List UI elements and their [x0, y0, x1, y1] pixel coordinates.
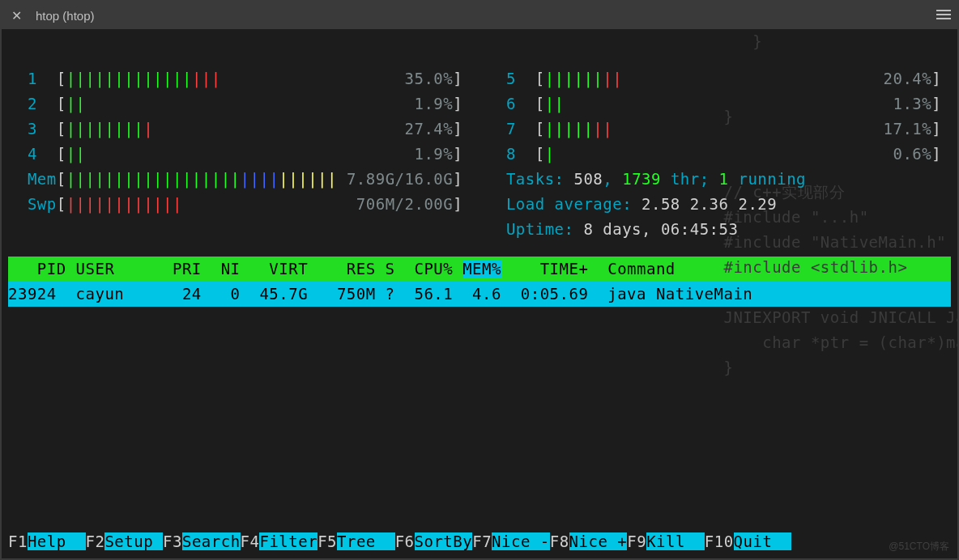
fkey-F9[interactable]: F9Kill [627, 532, 705, 550]
cpu-meter-6: 6 [|| 1.3%] [487, 91, 951, 117]
process-header-row: PID USER PRI NI VIRT RES S CPU% MEM% TIM… [8, 257, 951, 281]
cpu-meter-5: 5 [|||||||| 20.4%] [487, 66, 951, 91]
function-key-bar: F1Help F2Setup F3SearchF4FilterF5Tree F6… [8, 529, 951, 554]
fkey-F6[interactable]: F6SortBy [395, 532, 473, 550]
fkey-F5[interactable]: F5Tree [318, 532, 395, 550]
fkey-F2[interactable]: F2Setup [86, 532, 164, 550]
fkey-F3[interactable]: F3Search [163, 532, 241, 550]
hamburger-icon[interactable] [936, 7, 951, 24]
uptime-line: Uptime: 8 days, 06:45:53 [487, 217, 951, 242]
tasks-line: Tasks: 508, 1739 thr; 1 running [487, 167, 951, 192]
window-titlebar: ✕ htop (htop) [2, 2, 957, 29]
fkey-F7[interactable]: F7Nice - [472, 532, 550, 550]
process-list: 23924 cayun 24 0 45.7G 750M ? 56.1 4.6 0… [8, 281, 951, 307]
swap-meter: Swp[|||||||||||| 706M/2.00G] [8, 192, 472, 217]
cpu-meter-8: 8 [| 0.6%] [487, 142, 951, 167]
fkey-F8[interactable]: F8Nice + [550, 532, 628, 550]
load-line: Load average: 2.58 2.36 2.29 [487, 192, 951, 217]
terminal-area: } } // c++实现部分 [8, 29, 951, 558]
meters-section: 1 [|||||||||||||||| 35.0%] 2 [|| 1.9%] 3… [8, 29, 951, 242]
cpu-meter-4: 4 [|| 1.9%] [8, 142, 472, 167]
cpu-meter-1: 1 [|||||||||||||||| 35.0%] [8, 66, 472, 91]
process-row[interactable]: 23924 cayun 24 0 45.7G 750M ? 56.1 4.6 0… [8, 281, 951, 307]
fkey-F1[interactable]: F1Help [8, 532, 86, 550]
cpu-meter-3: 3 [||||||||| 27.4%] [8, 117, 472, 142]
fkey-F4[interactable]: F4Filter [241, 532, 318, 550]
cpu-meter-2: 2 [|| 1.9%] [8, 91, 472, 117]
watermark: @51CTO博客 [889, 540, 949, 554]
fkey-F10[interactable]: F10Quit [705, 532, 791, 550]
mem-meter: Mem[|||||||||||||||||||||||||||| 7.89G/1… [8, 167, 472, 192]
cpu-meter-7: 7 [||||||| 17.1%] [487, 117, 951, 142]
window-title: htop (htop) [36, 9, 936, 23]
close-icon[interactable]: ✕ [8, 8, 24, 23]
